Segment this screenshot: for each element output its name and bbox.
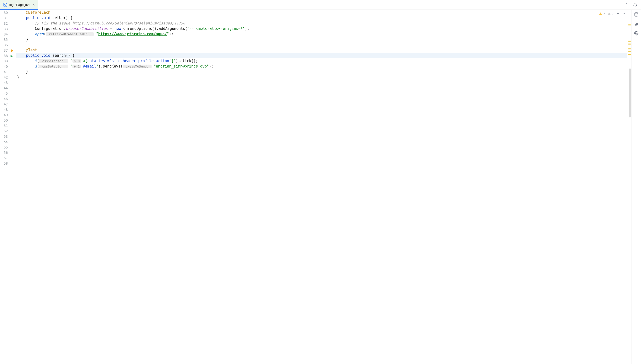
tab-filename: logInPage.java xyxy=(9,3,30,6)
line-number: 49 xyxy=(4,113,8,117)
line-number: 53 xyxy=(4,134,8,138)
stripe-mark[interactable] xyxy=(628,24,631,26)
line-number: 57 xyxy=(4,156,8,160)
prev-problem-icon[interactable] xyxy=(616,12,620,16)
line-number: 50 xyxy=(4,118,8,122)
svg-point-3 xyxy=(74,66,75,67)
line-number: 47 xyxy=(4,102,8,106)
stripe-mark[interactable] xyxy=(628,48,631,50)
code-line[interactable]: open( relativeOrAbsoluteUrl: "https://ww… xyxy=(16,31,173,37)
parameter-hint: relativeOrAbsoluteUrl: xyxy=(46,32,94,36)
right-tool-rail: m xyxy=(631,10,641,364)
line-number: 45 xyxy=(4,92,8,96)
code-line[interactable]: } xyxy=(16,69,28,74)
locator-count-hint[interactable]: 0 xyxy=(73,59,81,63)
line-number: 31 xyxy=(4,16,8,20)
line-number: 35 xyxy=(4,38,8,42)
right-margin-guide xyxy=(266,10,266,364)
warnings-badge[interactable]: 7 xyxy=(599,12,605,16)
svg-point-4 xyxy=(635,13,638,14)
line-number: 37 xyxy=(4,48,8,52)
code-line[interactable]: @BeforeEach xyxy=(16,10,50,15)
tabbar-right-actions: ⋮ xyxy=(620,0,641,10)
code-line[interactable]: // Fix the issue https://github.com/Sele… xyxy=(16,20,185,26)
class-file-icon: C xyxy=(3,3,7,7)
editor-tabs: C logInPage.java × ⋮ xyxy=(0,0,641,10)
code-line[interactable]: $( cssSelector: " 1 #email").sendKeys( …… xyxy=(16,64,213,69)
parameter-hint: cssSelector: xyxy=(39,64,68,68)
web-locator-icon[interactable] xyxy=(634,31,639,36)
line-number: 48 xyxy=(4,108,8,112)
line-number: 55 xyxy=(4,145,8,149)
stripe-mark[interactable] xyxy=(628,44,631,44)
more-icon[interactable]: ⋮ xyxy=(624,2,629,7)
line-number: 58 xyxy=(4,162,8,165)
code-editor[interactable]: 7 2 @BeforeEach public void setUp() { //… xyxy=(16,10,631,364)
line-number: 38 xyxy=(4,54,8,58)
editor-tab-active[interactable]: C logInPage.java × xyxy=(0,0,38,10)
line-number: 39 xyxy=(4,59,8,63)
next-problem-icon[interactable] xyxy=(622,12,626,16)
code-line[interactable]: Configuration.browserCapabilities = new … xyxy=(16,26,249,31)
weak-warnings-badge[interactable]: 2 xyxy=(607,12,613,16)
line-number: 32 xyxy=(4,22,8,26)
error-stripe[interactable] xyxy=(628,10,631,364)
line-number: 51 xyxy=(4,124,8,128)
code-line[interactable]: @Test xyxy=(16,48,37,53)
run-test-icon[interactable] xyxy=(10,54,14,58)
code-line[interactable]: } xyxy=(16,37,28,42)
line-number: 42 xyxy=(4,75,8,79)
code-line[interactable]: } xyxy=(16,74,19,80)
line-number: 52 xyxy=(4,129,8,133)
line-number: 43 xyxy=(4,81,8,85)
stripe-scroll-thumb[interactable] xyxy=(629,68,631,118)
current-line-highlight xyxy=(16,53,627,58)
line-number: 56 xyxy=(4,151,8,154)
weak-warnings-count: 2 xyxy=(612,12,613,16)
inspections-widget[interactable]: 7 2 xyxy=(599,12,626,16)
line-number: 54 xyxy=(4,140,8,144)
line-number: 46 xyxy=(4,97,8,101)
warnings-count: 7 xyxy=(603,12,605,16)
maven-icon[interactable]: m xyxy=(634,22,639,26)
line-number: 33 xyxy=(4,27,8,31)
stripe-mark[interactable] xyxy=(628,54,631,55)
database-icon[interactable] xyxy=(634,12,639,17)
parameter-hint: …keysToSend: xyxy=(123,64,152,68)
close-tab-icon[interactable]: × xyxy=(32,3,35,6)
locator-count-hint[interactable]: 1 xyxy=(73,64,81,68)
line-number: 41 xyxy=(4,70,8,74)
parameter-hint: cssSelector: xyxy=(39,59,68,63)
svg-point-1 xyxy=(74,61,75,62)
line-number: 44 xyxy=(4,86,8,90)
line-number: 30 xyxy=(4,11,8,15)
gutter: 3031323334353637383940414243444546474849… xyxy=(0,10,16,364)
line-number: 36 xyxy=(4,43,8,47)
code-line[interactable]: public void setUp() { xyxy=(16,15,73,20)
code-line[interactable]: $( cssSelector: " 0 a[data-test='site-he… xyxy=(16,58,198,64)
stripe-mark[interactable] xyxy=(628,51,631,52)
line-number: 40 xyxy=(4,64,8,68)
code-line[interactable]: public void search() { xyxy=(16,53,75,58)
notifications-icon[interactable] xyxy=(633,2,637,7)
line-number: 34 xyxy=(4,32,8,36)
intention-bulb-icon[interactable] xyxy=(10,49,14,53)
stripe-mark[interactable] xyxy=(628,40,631,42)
